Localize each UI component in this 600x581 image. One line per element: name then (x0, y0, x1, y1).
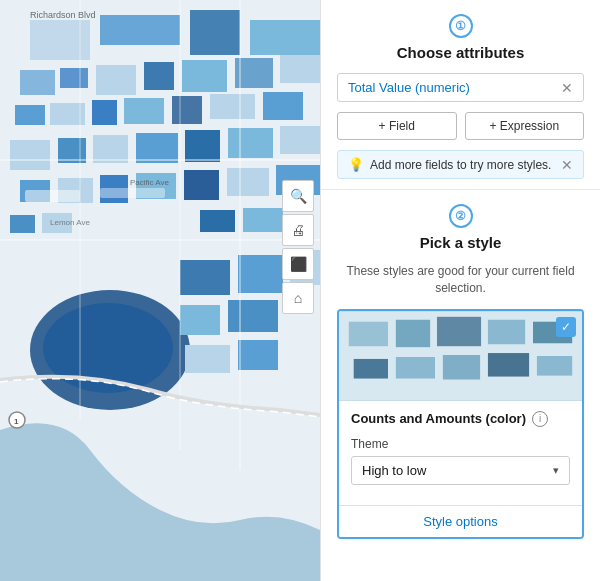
svg-rect-37 (238, 255, 283, 293)
svg-rect-18 (210, 94, 255, 119)
svg-rect-24 (185, 130, 220, 162)
svg-rect-53 (100, 188, 165, 198)
right-panel: ① Choose attributes Total Value (numeric… (320, 0, 600, 581)
svg-rect-69 (488, 353, 529, 377)
svg-rect-68 (443, 355, 480, 379)
info-bar-close-button[interactable]: ✕ (561, 158, 573, 172)
svg-rect-15 (92, 100, 117, 125)
svg-rect-39 (180, 305, 220, 335)
section-style: ② Pick a style These styles are good for… (321, 190, 600, 539)
svg-rect-4 (190, 10, 240, 55)
svg-rect-61 (349, 321, 388, 345)
svg-rect-63 (437, 316, 481, 345)
map-panel: Richardson Blvd Pacific Ave Lemon Ave 1 … (0, 0, 320, 581)
section-2-title: Pick a style (337, 234, 584, 251)
svg-rect-52 (25, 190, 80, 202)
svg-rect-12 (280, 55, 320, 83)
svg-text:Pacific Ave: Pacific Ave (130, 178, 170, 187)
svg-rect-25 (228, 128, 273, 158)
info-bar: 💡 Add more fields to try more styles. ✕ (337, 150, 584, 179)
svg-rect-9 (144, 62, 174, 90)
style-options-button[interactable]: Style options (339, 505, 582, 537)
svg-rect-23 (136, 133, 178, 163)
svg-rect-5 (250, 20, 320, 55)
svg-rect-20 (10, 140, 50, 170)
add-field-button[interactable]: + Field (337, 112, 457, 140)
svg-rect-7 (60, 68, 88, 88)
svg-rect-64 (488, 319, 525, 343)
info-bar-content: 💡 Add more fields to try more styles. (348, 157, 551, 172)
svg-rect-3 (100, 15, 180, 45)
svg-rect-66 (354, 359, 388, 379)
svg-text:Richardson Blvd: Richardson Blvd (30, 10, 96, 20)
svg-text:Lemon Ave: Lemon Ave (50, 218, 90, 227)
add-buttons-row: + Field + Expression (337, 112, 584, 140)
svg-rect-16 (124, 98, 164, 124)
style-info-button[interactable]: i (532, 411, 548, 427)
style-preview-thumbnail (339, 311, 582, 401)
svg-rect-62 (396, 319, 430, 346)
svg-rect-6 (20, 70, 55, 95)
svg-rect-26 (280, 126, 320, 154)
info-bar-text: Add more fields to try more styles. (370, 158, 551, 172)
style-card[interactable]: ✓ (337, 309, 584, 539)
svg-rect-67 (396, 357, 435, 379)
svg-rect-36 (180, 260, 230, 295)
svg-rect-22 (93, 135, 128, 163)
svg-text:1: 1 (14, 417, 19, 426)
section-attributes: ① Choose attributes Total Value (numeric… (321, 0, 600, 190)
section-1-title: Choose attributes (337, 44, 584, 61)
attribute-close-button[interactable]: ✕ (561, 81, 573, 95)
svg-rect-40 (228, 300, 278, 332)
style-card-selected-indicator: ✓ (556, 317, 576, 337)
svg-rect-8 (96, 65, 136, 95)
search-tool-button[interactable]: 🔍 (282, 180, 314, 212)
svg-rect-17 (172, 96, 202, 124)
svg-rect-2 (30, 20, 90, 60)
monitor-tool-button[interactable]: ⬛ (282, 248, 314, 280)
chevron-down-icon: ▾ (553, 464, 559, 477)
attribute-chip[interactable]: Total Value (numeric) ✕ (337, 73, 584, 102)
add-expression-button[interactable]: + Expression (465, 112, 585, 140)
svg-rect-41 (185, 345, 230, 373)
lightbulb-icon: 💡 (348, 157, 364, 172)
style-card-title: Counts and Amounts (color) (351, 411, 526, 426)
svg-rect-19 (263, 92, 303, 120)
svg-rect-51 (243, 208, 283, 232)
attribute-value: Total Value (numeric) (348, 80, 470, 95)
svg-rect-10 (182, 60, 227, 92)
print-tool-button[interactable]: 🖨 (282, 214, 314, 246)
svg-rect-70 (537, 356, 572, 376)
step-1-circle: ① (449, 14, 473, 38)
section-2-subtitle: These styles are good for your current f… (337, 263, 584, 297)
svg-rect-50 (200, 210, 235, 232)
svg-rect-42 (238, 340, 278, 370)
style-card-body: Counts and Amounts (color) i Theme High … (339, 401, 582, 505)
svg-rect-13 (15, 105, 45, 125)
style-card-title-row: Counts and Amounts (color) i (351, 411, 570, 427)
svg-rect-33 (184, 170, 219, 200)
svg-rect-34 (227, 168, 269, 196)
theme-dropdown[interactable]: High to low ▾ (351, 456, 570, 485)
map-toolbar: 🔍 🖨 ⬛ ⌂ (282, 180, 314, 314)
theme-dropdown-value: High to low (362, 463, 426, 478)
step-2-circle: ② (449, 204, 473, 228)
theme-label: Theme (351, 437, 570, 451)
home-tool-button[interactable]: ⌂ (282, 282, 314, 314)
svg-rect-48 (10, 215, 35, 233)
